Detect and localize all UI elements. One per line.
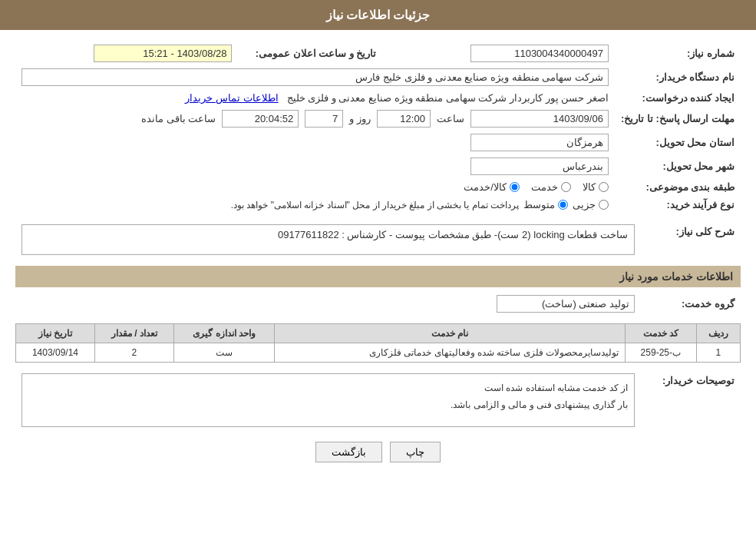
purchase-label: نوع فرآیند خرید: [615, 196, 741, 214]
category-kala-khadamat-label: کالا/خدمت [464, 181, 507, 193]
description-label: شرح کلی نیاز: [641, 221, 741, 258]
remaining-value: 20:04:52 [222, 110, 299, 128]
need-number-label: شماره نیاز: [615, 41, 741, 65]
time-value: 12:00 [377, 110, 431, 128]
remaining-label: ساعت باقی مانده [141, 113, 216, 124]
header-title: جزئیات اطلاعات نیاز [326, 8, 431, 22]
category-khadamat-label: خدمت [531, 181, 558, 193]
city-value: بندرعباس [470, 157, 609, 175]
cell-quantity: 2 [94, 343, 173, 363]
creator-link[interactable]: اطلاعات تماس خریدار [185, 92, 278, 104]
radio-kala[interactable] [599, 182, 609, 192]
col-header-unit: واحد اندازه گیری [173, 324, 275, 343]
city-label: شهر محل تحویل: [615, 154, 741, 178]
service-group-label: گروه خدمت: [641, 292, 741, 316]
radio-kala-khadamat[interactable] [510, 182, 520, 192]
purchase-mottavsat-label: متوسط [523, 199, 555, 210]
need-number-value: 1103004340000497 [470, 45, 609, 62]
buyer-notes-value: از کد خدمت مشابه استفاده شده است بار گذا… [21, 373, 635, 427]
creator-label: ایجاد کننده درخواست: [615, 89, 741, 107]
province-value: هرمزگان [470, 134, 609, 151]
col-header-qty: تعداد / مقدار [94, 324, 173, 343]
col-header-code: کد خدمت [625, 324, 696, 343]
cell-row-num: 1 [696, 343, 740, 363]
purchase-note: پرداخت تمام یا بخشی از مبلغ خریدار از مح… [231, 200, 519, 210]
category-kala-label: کالا [583, 181, 596, 193]
radio-jozi[interactable] [599, 200, 609, 210]
radio-mottavsat[interactable] [558, 200, 568, 210]
creator-value: اصغر حسن پور کاربردار شرکت سهامی منطقه و… [287, 92, 609, 104]
radio-khadamat[interactable] [561, 182, 571, 192]
col-header-row: ردیف [696, 324, 740, 343]
col-header-date: تاریخ نیاز [16, 324, 95, 343]
cell-unit: ست [173, 343, 275, 363]
send-date-label: مهلت ارسال پاسخ: تا تاریخ: [615, 107, 741, 131]
table-row: 1 ب-25-259 تولیدسایرمحصولات فلزی ساخته ش… [16, 343, 741, 363]
org-name-label: نام دستگاه خریدار: [615, 65, 741, 89]
cell-date: 1403/09/14 [16, 343, 95, 363]
time-inline-label: ساعت [437, 113, 464, 124]
date-value: 1403/09/06 [470, 110, 609, 128]
services-section-header: اطلاعات خدمات مورد نیاز [15, 266, 741, 287]
announce-date-value: 1403/08/28 - 15:21 [94, 45, 232, 62]
button-group: چاپ بازگشت [15, 442, 741, 462]
description-value: ساخت قطعات locking (2 ست)- طبق مشخصات پی… [278, 229, 628, 240]
page-header: جزئیات اطلاعات نیاز [0, 0, 756, 30]
announce-date-label: تاریخ و ساعت اعلان عمومی: [256, 48, 377, 59]
service-group-value: تولید صنعتی (ساخت) [497, 295, 635, 313]
days-inline-label: روز و [349, 113, 371, 124]
buyer-notes-label: توصیحات خریدار: [641, 370, 741, 430]
days-value: 7 [305, 110, 343, 128]
org-name-value: شرکت سهامی منطقه ویژه صنایع معدنی و فلزی… [21, 68, 609, 86]
col-header-name: نام خدمت [275, 324, 626, 343]
cell-service-name: تولیدسایرمحصولات فلزی ساخته شده وفعالیته… [275, 343, 626, 363]
province-label: استان محل تحویل: [615, 131, 741, 154]
purchase-jozi-label: جزیی [573, 199, 596, 210]
print-button[interactable]: چاپ [390, 442, 441, 462]
category-label: طبقه بندی موضوعی: [615, 178, 741, 196]
cell-service-code: ب-25-259 [625, 343, 696, 363]
back-button[interactable]: بازگشت [315, 442, 382, 462]
